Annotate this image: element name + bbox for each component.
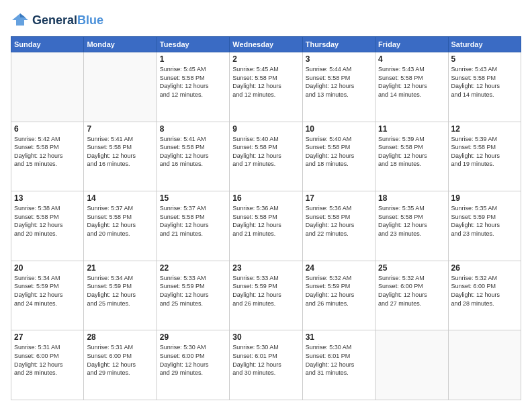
- cell-content: Sunrise: 5:31 AMSunset: 6:00 PMDaylight:…: [87, 343, 153, 377]
- cell-content: Sunrise: 5:33 AMSunset: 5:59 PMDaylight:…: [232, 274, 299, 308]
- calendar-cell: [375, 330, 448, 400]
- cell-content: Sunrise: 5:40 AMSunset: 5:58 PMDaylight:…: [232, 135, 299, 169]
- cell-content: Sunrise: 5:37 AMSunset: 5:58 PMDaylight:…: [87, 204, 153, 238]
- cell-content: Sunrise: 5:44 AMSunset: 5:58 PMDaylight:…: [306, 65, 372, 99]
- day-number: 13: [14, 193, 81, 203]
- cell-content: Sunrise: 5:36 AMSunset: 5:58 PMDaylight:…: [232, 204, 299, 238]
- calendar-cell: 21Sunrise: 5:34 AMSunset: 5:59 PMDayligh…: [84, 261, 157, 330]
- calendar-header-row: SundayMondayTuesdayWednesdayThursdayFrid…: [11, 37, 521, 52]
- cell-content: Sunrise: 5:34 AMSunset: 5:59 PMDaylight:…: [87, 274, 153, 308]
- day-number: 15: [160, 193, 226, 203]
- day-number: 8: [160, 124, 226, 134]
- day-number: 17: [306, 193, 372, 203]
- week-row-2: 6Sunrise: 5:42 AMSunset: 5:58 PMDaylight…: [11, 122, 521, 191]
- calendar-cell: 15Sunrise: 5:37 AMSunset: 5:58 PMDayligh…: [157, 191, 229, 261]
- logo-icon: [11, 11, 30, 30]
- day-number: 24: [306, 263, 372, 273]
- week-row-1: 1Sunrise: 5:45 AMSunset: 5:58 PMDaylight…: [11, 52, 521, 122]
- logo: GeneralBlue: [11, 11, 103, 30]
- calendar-cell: 28Sunrise: 5:31 AMSunset: 6:00 PMDayligh…: [84, 330, 157, 400]
- calendar-cell: 13Sunrise: 5:38 AMSunset: 5:58 PMDayligh…: [11, 191, 84, 261]
- day-number: 22: [160, 263, 226, 273]
- week-row-3: 13Sunrise: 5:38 AMSunset: 5:58 PMDayligh…: [11, 191, 521, 261]
- calendar-cell: 9Sunrise: 5:40 AMSunset: 5:58 PMDaylight…: [230, 122, 302, 191]
- calendar-cell: 11Sunrise: 5:39 AMSunset: 5:58 PMDayligh…: [375, 122, 448, 191]
- day-number: 1: [160, 54, 226, 64]
- calendar-cell: 5Sunrise: 5:43 AMSunset: 5:58 PMDaylight…: [448, 52, 521, 122]
- day-number: 19: [451, 193, 518, 203]
- day-number: 6: [14, 124, 81, 134]
- day-number: 30: [232, 332, 299, 342]
- cell-content: Sunrise: 5:39 AMSunset: 5:58 PMDaylight:…: [378, 135, 445, 169]
- cell-content: Sunrise: 5:40 AMSunset: 5:58 PMDaylight:…: [306, 135, 372, 169]
- calendar-cell: 29Sunrise: 5:30 AMSunset: 6:00 PMDayligh…: [157, 330, 229, 400]
- calendar-cell: [84, 52, 157, 122]
- day-number: 21: [87, 263, 153, 273]
- cell-content: Sunrise: 5:42 AMSunset: 5:58 PMDaylight:…: [14, 135, 81, 169]
- cell-content: Sunrise: 5:35 AMSunset: 5:59 PMDaylight:…: [451, 204, 518, 238]
- calendar-cell: 24Sunrise: 5:32 AMSunset: 5:59 PMDayligh…: [302, 261, 375, 330]
- cell-content: Sunrise: 5:31 AMSunset: 6:00 PMDaylight:…: [14, 343, 81, 377]
- col-header-tuesday: Tuesday: [157, 37, 229, 52]
- cell-content: Sunrise: 5:37 AMSunset: 5:58 PMDaylight:…: [160, 204, 226, 238]
- calendar-cell: 23Sunrise: 5:33 AMSunset: 5:59 PMDayligh…: [230, 261, 302, 330]
- week-row-4: 20Sunrise: 5:34 AMSunset: 5:59 PMDayligh…: [11, 261, 521, 330]
- day-number: 10: [306, 124, 372, 134]
- calendar-cell: 19Sunrise: 5:35 AMSunset: 5:59 PMDayligh…: [448, 191, 521, 261]
- calendar-cell: 30Sunrise: 5:30 AMSunset: 6:01 PMDayligh…: [230, 330, 302, 400]
- cell-content: Sunrise: 5:43 AMSunset: 5:58 PMDaylight:…: [378, 65, 445, 99]
- col-header-monday: Monday: [84, 37, 157, 52]
- cell-content: Sunrise: 5:36 AMSunset: 5:58 PMDaylight:…: [306, 204, 372, 238]
- col-header-wednesday: Wednesday: [230, 37, 302, 52]
- page: GeneralBlue SundayMondayTuesdayWednesday…: [0, 0, 532, 411]
- calendar-cell: 10Sunrise: 5:40 AMSunset: 5:58 PMDayligh…: [302, 122, 375, 191]
- cell-content: Sunrise: 5:41 AMSunset: 5:58 PMDaylight:…: [87, 135, 153, 169]
- day-number: 9: [232, 124, 299, 134]
- calendar-cell: 4Sunrise: 5:43 AMSunset: 5:58 PMDaylight…: [375, 52, 448, 122]
- col-header-friday: Friday: [375, 37, 448, 52]
- cell-content: Sunrise: 5:32 AMSunset: 5:59 PMDaylight:…: [306, 274, 372, 308]
- day-number: 26: [451, 263, 518, 273]
- day-number: 27: [14, 332, 81, 342]
- day-number: 25: [378, 263, 445, 273]
- calendar-cell: 20Sunrise: 5:34 AMSunset: 5:59 PMDayligh…: [11, 261, 84, 330]
- calendar-cell: 31Sunrise: 5:30 AMSunset: 6:01 PMDayligh…: [302, 330, 375, 400]
- calendar-cell: 6Sunrise: 5:42 AMSunset: 5:58 PMDaylight…: [11, 122, 84, 191]
- cell-content: Sunrise: 5:45 AMSunset: 5:58 PMDaylight:…: [160, 65, 226, 99]
- svg-marker-1: [20, 13, 26, 17]
- calendar-cell: 7Sunrise: 5:41 AMSunset: 5:58 PMDaylight…: [84, 122, 157, 191]
- cell-content: Sunrise: 5:33 AMSunset: 5:59 PMDaylight:…: [160, 274, 226, 308]
- cell-content: Sunrise: 5:43 AMSunset: 5:58 PMDaylight:…: [451, 65, 518, 99]
- cell-content: Sunrise: 5:30 AMSunset: 6:01 PMDaylight:…: [232, 343, 299, 377]
- calendar-cell: 22Sunrise: 5:33 AMSunset: 5:59 PMDayligh…: [157, 261, 229, 330]
- cell-content: Sunrise: 5:30 AMSunset: 6:00 PMDaylight:…: [160, 343, 226, 377]
- day-number: 11: [378, 124, 445, 134]
- day-number: 2: [232, 54, 299, 64]
- week-row-5: 27Sunrise: 5:31 AMSunset: 6:00 PMDayligh…: [11, 330, 521, 400]
- calendar-cell: 8Sunrise: 5:41 AMSunset: 5:58 PMDaylight…: [157, 122, 229, 191]
- col-header-thursday: Thursday: [302, 37, 375, 52]
- cell-content: Sunrise: 5:45 AMSunset: 5:58 PMDaylight:…: [232, 65, 299, 99]
- cell-content: Sunrise: 5:38 AMSunset: 5:58 PMDaylight:…: [14, 204, 81, 238]
- calendar-cell: 26Sunrise: 5:32 AMSunset: 6:00 PMDayligh…: [448, 261, 521, 330]
- cell-content: Sunrise: 5:35 AMSunset: 5:58 PMDaylight:…: [378, 204, 445, 238]
- cell-content: Sunrise: 5:41 AMSunset: 5:58 PMDaylight:…: [160, 135, 226, 169]
- calendar-cell: 17Sunrise: 5:36 AMSunset: 5:58 PMDayligh…: [302, 191, 375, 261]
- calendar-cell: 27Sunrise: 5:31 AMSunset: 6:00 PMDayligh…: [11, 330, 84, 400]
- header: GeneralBlue: [11, 11, 521, 30]
- calendar-cell: 16Sunrise: 5:36 AMSunset: 5:58 PMDayligh…: [230, 191, 302, 261]
- day-number: 28: [87, 332, 153, 342]
- day-number: 14: [87, 193, 153, 203]
- calendar-cell: 14Sunrise: 5:37 AMSunset: 5:58 PMDayligh…: [84, 191, 157, 261]
- day-number: 20: [14, 263, 81, 273]
- calendar-cell: 25Sunrise: 5:32 AMSunset: 6:00 PMDayligh…: [375, 261, 448, 330]
- col-header-saturday: Saturday: [448, 37, 521, 52]
- cell-content: Sunrise: 5:32 AMSunset: 6:00 PMDaylight:…: [451, 274, 518, 308]
- day-number: 18: [378, 193, 445, 203]
- calendar-cell: [448, 330, 521, 400]
- calendar-cell: [11, 52, 84, 122]
- day-number: 5: [451, 54, 518, 64]
- calendar-cell: 18Sunrise: 5:35 AMSunset: 5:58 PMDayligh…: [375, 191, 448, 261]
- day-number: 29: [160, 332, 226, 342]
- calendar-cell: 3Sunrise: 5:44 AMSunset: 5:58 PMDaylight…: [302, 52, 375, 122]
